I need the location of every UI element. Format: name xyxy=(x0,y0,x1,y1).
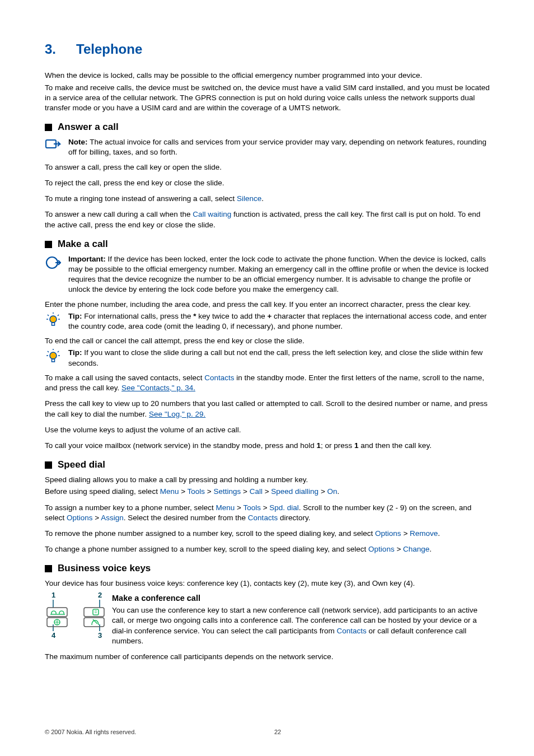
make-p6a: To call your voice mailbox (network serv… xyxy=(45,441,316,450)
svg-point-4 xyxy=(50,352,57,359)
footer-copyright: © 2007 Nokia. All rights reserved. xyxy=(45,728,136,736)
tip1-b: key twice to add the xyxy=(196,312,268,320)
speed-p5a: To change a phone number assigned to a n… xyxy=(45,545,368,553)
section-answer-call: Answer a call xyxy=(45,121,493,134)
speed-p3d: directory. xyxy=(278,514,310,522)
settings-ui-text: Settings xyxy=(213,487,241,496)
tip-icon xyxy=(45,311,62,327)
speed-p1: Speed dialing allows you to make a call … xyxy=(45,475,493,485)
make-p2: To end the call or cancel the call attem… xyxy=(45,336,493,346)
make-p1: Enter the phone number, including the ar… xyxy=(45,300,493,310)
section-title: Answer a call xyxy=(58,121,119,134)
intro-para-1: When the device is locked, calls may be … xyxy=(45,71,493,81)
tip1-text: Tip: For international calls, press the … xyxy=(68,311,493,332)
svg-rect-3 xyxy=(52,323,55,325)
section-title: Speed dial xyxy=(58,459,105,472)
options-ui-text: Options xyxy=(375,529,401,538)
svg-point-2 xyxy=(50,316,57,323)
call-ui-text: Call xyxy=(250,487,263,496)
answer-p3: To mute a ringing tone instead of answer… xyxy=(45,194,493,204)
assign-ui-text: Assign xyxy=(101,514,124,522)
answer-p4: To answer a new call during a call when … xyxy=(45,209,493,230)
voice-keys-diagram: 1 2 4 3 xyxy=(45,591,106,639)
tip-icon xyxy=(45,348,62,363)
important-body: If the device has been locked, enter the… xyxy=(68,255,489,294)
key-1b: 1 xyxy=(354,441,359,450)
svg-rect-14 xyxy=(47,608,67,617)
section-make-call: Make a call xyxy=(45,238,493,251)
tip1-a: For international calls, press the xyxy=(84,312,193,320)
make-p6c: and then the call key. xyxy=(359,441,432,450)
bullet-square-icon xyxy=(45,124,52,131)
subheading-conference: Make a conference call xyxy=(45,593,493,604)
chapter-number: 3. xyxy=(45,40,76,58)
svg-rect-18 xyxy=(93,609,99,615)
chapter-heading: 3.Telephone xyxy=(45,40,493,58)
see-log-link[interactable]: See "Log," p. 29. xyxy=(149,410,205,418)
bvk-p3: The maximum number of conference call pa… xyxy=(45,652,493,662)
note-icon xyxy=(45,137,62,151)
speed-p2: Before using speed dialing, select Menu … xyxy=(45,487,493,497)
speed-p3a: To assign a number key to a phone number… xyxy=(45,503,216,512)
answer-p1: To answer a call, press the call key or … xyxy=(45,162,493,172)
bvk-p1: Your device has four business voice keys… xyxy=(45,578,493,589)
note-label: Note: xyxy=(68,138,90,146)
speed-p4a: To remove the phone number assigned to a… xyxy=(45,529,375,538)
bullet-square-icon xyxy=(45,461,52,469)
make-p6b: ; or press xyxy=(321,441,354,450)
chapter-title-text: Telephone xyxy=(76,41,142,57)
note-text: Note: The actual invoice for calls and s… xyxy=(68,137,493,157)
tip-label: Tip: xyxy=(68,348,84,357)
note-body: The actual invoice for calls and service… xyxy=(68,138,486,156)
important-label: Important: xyxy=(68,255,108,263)
answer-p4a: To answer a new call during a call when … xyxy=(45,210,193,218)
spd-dial-ui-text: Spd. dial xyxy=(269,503,299,512)
speed-p3c: . Select the desired number from the xyxy=(124,514,248,522)
make-p3a: To make a call using the saved contacts,… xyxy=(45,374,204,382)
on-ui-text: On xyxy=(327,487,338,496)
menu-ui-text: Menu xyxy=(160,487,179,496)
answer-p3b: . xyxy=(261,194,264,203)
speed-p3: To assign a number key to a phone number… xyxy=(45,503,493,523)
section-title: Business voice keys xyxy=(58,562,151,575)
tools-ui-text: Tools xyxy=(243,503,261,512)
make-p3: To make a call using the saved contacts,… xyxy=(45,373,493,393)
make-p4: Press the call key to view up to 20 numb… xyxy=(45,399,493,419)
key-1a: 1 xyxy=(316,441,321,450)
options-ui-text: Options xyxy=(67,514,93,522)
svg-text:3: 3 xyxy=(98,631,102,639)
options-ui-text: Options xyxy=(368,545,395,553)
svg-rect-17 xyxy=(84,618,104,627)
speed-p4: To remove the phone number assigned to a… xyxy=(45,529,493,539)
tools-ui-text: Tools xyxy=(188,487,205,496)
section-title: Make a call xyxy=(58,238,108,251)
tip2-text: Tip: If you want to close the slide duri… xyxy=(68,348,493,368)
important-icon xyxy=(45,254,62,270)
section-speed-dial: Speed dial xyxy=(45,459,493,472)
see-contacts-link[interactable]: See "Contacts," p. 34. xyxy=(121,384,195,392)
answer-p2: To reject the call, press the end key or… xyxy=(45,178,493,188)
speed-dialling-ui-text: Speed dialling xyxy=(271,487,318,496)
remove-ui-text: Remove xyxy=(410,529,438,538)
section-business-voice-keys: Business voice keys xyxy=(45,562,493,575)
intro-para-2: To make and receive calls, the device mu… xyxy=(45,83,493,114)
tip-label: Tip: xyxy=(68,312,84,320)
bvk-p2: You can use the conference key to start … xyxy=(45,605,493,646)
footer-page-number: 22 xyxy=(274,728,281,736)
call-waiting-ui-text: Call waiting xyxy=(193,210,231,218)
contacts-ui-text: Contacts xyxy=(204,374,234,382)
answer-p3a: To mute a ringing tone instead of answer… xyxy=(45,194,237,203)
tip2-body: If you want to close the slide during a … xyxy=(68,348,483,367)
bullet-square-icon xyxy=(45,565,52,572)
bullet-square-icon xyxy=(45,241,52,248)
make-p5: Use the volume keys to adjust the volume… xyxy=(45,425,493,435)
speed-p5: To change a phone number assigned to a n… xyxy=(45,544,493,554)
menu-ui-text: Menu xyxy=(216,503,235,512)
make-p4a: Press the call key to view up to 20 numb… xyxy=(45,399,488,418)
change-ui-text: Change xyxy=(403,545,429,553)
make-p6: To call your voice mailbox (network serv… xyxy=(45,441,493,451)
svg-text:2: 2 xyxy=(98,591,102,599)
svg-rect-5 xyxy=(52,359,55,362)
svg-text:1: 1 xyxy=(51,591,55,599)
contacts-ui-text: Contacts xyxy=(336,627,366,635)
